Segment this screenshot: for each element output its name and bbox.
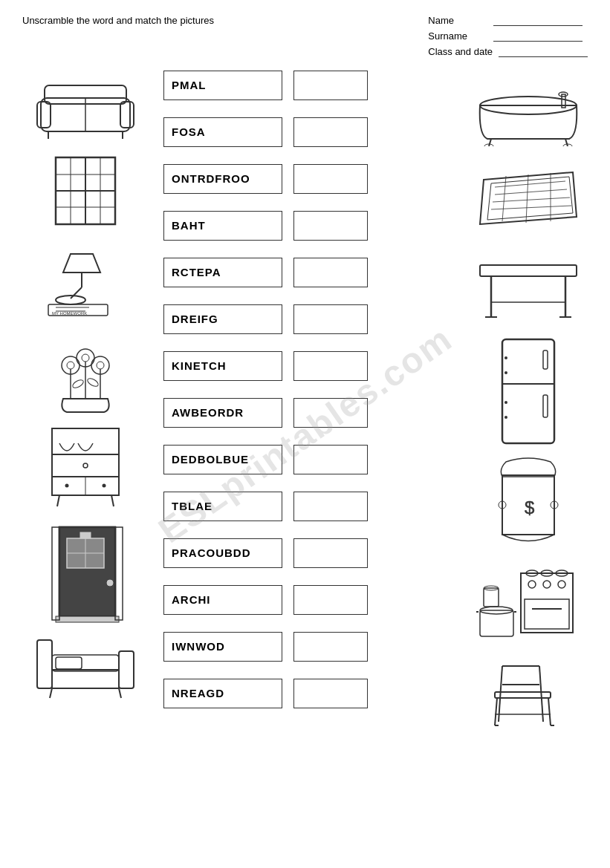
svg-point-103 bbox=[543, 581, 551, 588]
scrambled-word-12: ARCHI bbox=[163, 585, 282, 615]
svg-rect-55 bbox=[52, 527, 59, 620]
instruction-text: Unscramble the word and match the pictur… bbox=[22, 15, 214, 26]
svg-point-52 bbox=[107, 580, 113, 586]
name-field[interactable] bbox=[493, 16, 583, 26]
svg-point-104 bbox=[558, 581, 565, 588]
answer-box-10[interactable] bbox=[293, 492, 368, 521]
flowers-image bbox=[30, 328, 141, 417]
word-row-5: RCTEPA bbox=[163, 252, 469, 293]
svg-rect-53 bbox=[80, 532, 91, 538]
scrambled-word-10: TBLAE bbox=[163, 492, 282, 521]
table-image bbox=[471, 243, 586, 332]
svg-rect-56 bbox=[115, 527, 123, 620]
word-row-11: PRACOUBDD bbox=[163, 532, 469, 573]
rug-image bbox=[471, 154, 586, 243]
svg-point-21 bbox=[56, 296, 85, 304]
chair-image bbox=[471, 651, 586, 733]
fridge-image bbox=[471, 332, 586, 451]
svg-rect-54 bbox=[56, 616, 119, 622]
svg-line-45 bbox=[57, 495, 59, 506]
svg-point-102 bbox=[528, 581, 536, 588]
answer-box-8[interactable] bbox=[293, 398, 368, 428]
word-row-14: NREAGD bbox=[163, 673, 469, 714]
svg-rect-3 bbox=[120, 102, 134, 128]
page-header: Unscramble the word and match the pictur… bbox=[22, 15, 588, 57]
surname-field[interactable] bbox=[493, 31, 583, 42]
svg-line-76 bbox=[526, 174, 528, 223]
word-row-7: KINETCH bbox=[163, 345, 469, 386]
left-image-column: MY HOMEWORK bbox=[22, 65, 149, 733]
svg-rect-2 bbox=[37, 102, 51, 128]
answer-box-14[interactable] bbox=[293, 679, 368, 708]
svg-line-72 bbox=[495, 189, 567, 195]
answer-box-2[interactable] bbox=[293, 117, 368, 147]
student-info: Name Surname Class and date bbox=[428, 15, 588, 57]
word-row-10: TBLAE bbox=[163, 486, 469, 526]
word-row-12: ARCHI bbox=[163, 579, 469, 620]
answer-box-7[interactable] bbox=[293, 351, 368, 381]
scrambled-word-13: IWNWOD bbox=[163, 632, 282, 662]
scrambled-word-5: RCTEPA bbox=[163, 258, 282, 287]
svg-rect-57 bbox=[37, 640, 52, 688]
svg-rect-39 bbox=[52, 454, 119, 477]
door-image bbox=[30, 521, 141, 625]
svg-line-62 bbox=[50, 688, 52, 698]
answer-box-5[interactable] bbox=[293, 258, 368, 287]
svg-line-112 bbox=[539, 666, 543, 722]
word-row-9: DEDBOLBUE bbox=[163, 439, 469, 480]
word-row-1: PMAL bbox=[163, 65, 469, 105]
svg-rect-78 bbox=[480, 265, 577, 276]
scrambled-word-2: FOSA bbox=[163, 117, 282, 147]
svg-marker-18 bbox=[63, 254, 100, 273]
answer-box-11[interactable] bbox=[293, 538, 368, 568]
svg-point-90 bbox=[504, 401, 507, 404]
lamp-image: MY HOMEWORK bbox=[30, 235, 141, 324]
answer-box-13[interactable] bbox=[293, 632, 368, 662]
answer-box-3[interactable] bbox=[293, 164, 368, 194]
answer-box-6[interactable] bbox=[293, 304, 368, 334]
answer-box-1[interactable] bbox=[293, 71, 368, 100]
svg-rect-59 bbox=[52, 670, 119, 688]
right-image-column: $ bbox=[469, 65, 588, 733]
bathtub-image bbox=[471, 65, 586, 154]
svg-point-32 bbox=[82, 354, 89, 362]
svg-rect-109 bbox=[484, 588, 499, 607]
svg-rect-100 bbox=[525, 599, 569, 629]
window-image bbox=[30, 150, 141, 232]
stove-image bbox=[471, 555, 586, 651]
answer-box-12[interactable] bbox=[293, 585, 368, 615]
scrambled-word-14: NREAGD bbox=[163, 679, 282, 708]
svg-line-66 bbox=[565, 139, 568, 146]
name-label: Name bbox=[428, 15, 487, 26]
word-row-3: ONTRDFROO bbox=[163, 158, 469, 199]
svg-point-88 bbox=[504, 356, 507, 359]
answer-box-9[interactable] bbox=[293, 445, 368, 474]
scrambled-word-3: ONTRDFROO bbox=[163, 164, 282, 194]
svg-point-37 bbox=[86, 377, 100, 388]
svg-text:$: $ bbox=[525, 497, 534, 518]
word-row-8: AWBEORDR bbox=[163, 392, 469, 433]
svg-point-40 bbox=[83, 463, 88, 468]
svg-line-117 bbox=[548, 698, 551, 725]
sofa-image bbox=[30, 65, 141, 146]
scrambled-word-8: AWBEORDR bbox=[163, 398, 282, 428]
word-row-6: DREIFG bbox=[163, 298, 469, 339]
scrambled-word-6: DREIFG bbox=[163, 304, 282, 334]
svg-line-111 bbox=[499, 666, 502, 722]
word-list: PMAL FOSA ONTRDFROO BAHT RCTEPA DREIFG bbox=[149, 65, 469, 733]
word-row-4: BAHT bbox=[163, 205, 469, 246]
svg-rect-84 bbox=[502, 339, 554, 443]
cabinet-image bbox=[30, 421, 141, 518]
svg-point-44 bbox=[103, 484, 106, 488]
svg-point-36 bbox=[71, 379, 85, 390]
svg-rect-87 bbox=[543, 395, 548, 417]
answer-box-4[interactable] bbox=[293, 211, 368, 241]
svg-line-116 bbox=[495, 698, 497, 725]
svg-point-30 bbox=[67, 362, 74, 369]
scrambled-word-7: KINETCH bbox=[163, 351, 282, 381]
scrambled-word-11: PRACOUBDD bbox=[163, 538, 282, 568]
class-date-field[interactable] bbox=[499, 47, 588, 57]
svg-point-89 bbox=[504, 371, 507, 374]
svg-rect-86 bbox=[543, 350, 548, 369]
svg-rect-61 bbox=[56, 657, 82, 669]
